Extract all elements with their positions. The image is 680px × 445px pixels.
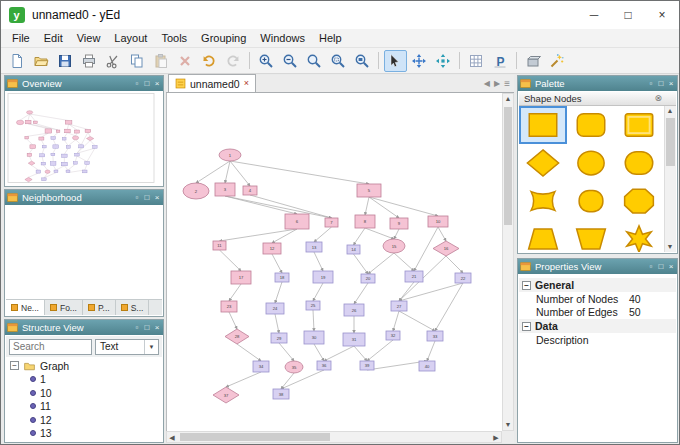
toolbar-fit-content-button[interactable] (351, 50, 374, 72)
graph-node[interactable]: 32 (386, 331, 400, 340)
tree-item-13[interactable]: 13 (6, 427, 162, 441)
graph-node[interactable]: 20 (361, 274, 375, 283)
palette-shape-diamond[interactable] (519, 144, 567, 182)
graph-node[interactable]: 8 (355, 215, 375, 228)
palette-scroll-thumb[interactable] (666, 118, 675, 166)
graph-node[interactable]: 11 (213, 241, 226, 250)
graph-node[interactable]: 5 (357, 184, 381, 197)
graph-node[interactable]: 28 (225, 329, 249, 344)
close-button[interactable]: × (645, 1, 679, 29)
toolbar-new-button[interactable] (6, 50, 29, 72)
palette-shape-ellipse[interactable] (567, 144, 615, 182)
panel-close-button[interactable]: × (666, 259, 676, 274)
graph-node[interactable]: 36 (317, 361, 331, 370)
graph-node[interactable]: 17 (231, 271, 251, 284)
graph-node[interactable]: 22 (455, 273, 471, 283)
menu-file[interactable]: File (5, 29, 37, 48)
scroll-left-icon[interactable]: ◀ (167, 433, 177, 443)
toolbar-cut-button[interactable] (102, 50, 125, 72)
palette-shape-trapezoid-down[interactable] (567, 220, 615, 252)
graph-node[interactable]: 7 (325, 218, 338, 227)
menu-edit[interactable]: Edit (37, 29, 70, 48)
graph-node[interactable]: 18 (275, 273, 289, 282)
graph-node[interactable]: 23 (221, 301, 237, 312)
panel-pin-button[interactable]: □ (656, 76, 666, 91)
toolbar-snap-lines-button[interactable]: P (489, 50, 512, 72)
tree-item-12[interactable]: 12 (6, 413, 162, 427)
tree-item-10[interactable]: 10 (6, 386, 162, 400)
tree-item-1[interactable]: 1 (6, 373, 162, 387)
graph-node[interactable]: 14 (347, 245, 360, 254)
toolbar-print-button[interactable] (78, 50, 101, 72)
graph-node[interactable]: 25 (306, 301, 320, 310)
panel-close-button[interactable]: × (152, 320, 162, 335)
menu-help[interactable]: Help (312, 29, 349, 48)
graph-node[interactable]: 30 (304, 331, 324, 344)
palette-shape-star[interactable] (615, 220, 663, 252)
graph-node[interactable]: 19 (313, 271, 333, 283)
tree-expander[interactable]: − (10, 361, 19, 370)
palette-shape-trapezoid[interactable] (519, 220, 567, 252)
panel-float-button[interactable]: ▫ (646, 76, 656, 91)
graph-node[interactable]: 1 (219, 149, 241, 161)
graph-node[interactable]: 10 (428, 216, 448, 227)
graph-node[interactable]: 29 (271, 333, 287, 343)
toolbar-save-button[interactable] (54, 50, 77, 72)
panel-tab-s[interactable]: S... (116, 300, 150, 315)
graph-node[interactable]: 9 (390, 218, 408, 229)
graph-node[interactable]: 35 (285, 361, 303, 373)
scroll-down-icon[interactable]: ▼ (665, 242, 675, 252)
menu-view[interactable]: View (70, 29, 108, 48)
palette-shape-octagon[interactable] (615, 182, 663, 220)
search-input[interactable] (9, 339, 92, 355)
graph-node[interactable]: 33 (427, 331, 443, 341)
toolbar-group-nodes-button[interactable] (522, 50, 545, 72)
toolbar-zoom-area-button[interactable] (327, 50, 350, 72)
toolbar-zoom-in-button[interactable] (255, 50, 278, 72)
vertical-scroll-thumb[interactable] (504, 107, 512, 225)
toolbar-undo-button[interactable] (198, 50, 221, 72)
palette-shape-barrel[interactable] (615, 144, 663, 182)
toolbar-zoom-reset-button[interactable] (303, 50, 326, 72)
graph-node[interactable]: 16 (433, 241, 459, 256)
panel-close-button[interactable]: × (152, 190, 162, 205)
panel-tab-ne[interactable]: Ne... (6, 300, 45, 315)
group-expander[interactable]: − (522, 281, 531, 290)
tab-scroll-right-button[interactable]: ▶ (494, 79, 500, 88)
scroll-down-icon[interactable]: ▼ (503, 420, 513, 430)
panel-pin-button[interactable]: □ (656, 259, 666, 274)
scroll-up-icon[interactable]: ▲ (503, 94, 513, 104)
panel-close-button[interactable]: × (666, 76, 676, 91)
panel-float-button[interactable]: ▫ (132, 76, 142, 91)
graph-node[interactable]: 3 (215, 183, 235, 196)
panel-pin-button[interactable]: □ (142, 76, 152, 91)
graph-node[interactable]: 37 (213, 387, 239, 403)
horizontal-scroll-thumb[interactable] (180, 433, 330, 441)
graph-node[interactable]: 6 (285, 214, 309, 229)
graph-node[interactable]: 4 (243, 186, 257, 195)
graph-node[interactable]: 26 (344, 304, 364, 316)
toolbar-open-button[interactable] (30, 50, 53, 72)
graph-node[interactable]: 31 (343, 333, 365, 346)
tree-item-11[interactable]: 11 (6, 400, 162, 414)
graph-node[interactable]: 27 (391, 301, 407, 311)
tree-item-graph[interactable]: −Graph (6, 359, 162, 373)
menu-grouping[interactable]: Grouping (194, 29, 253, 48)
panel-pin-button[interactable]: □ (142, 320, 152, 335)
palette-shape-round-rectangle[interactable] (567, 106, 615, 144)
menu-layout[interactable]: Layout (107, 29, 154, 48)
palette-shape-rectangle[interactable] (519, 106, 567, 144)
graph-node[interactable]: 13 (306, 242, 322, 252)
overview-minimap[interactable] (6, 92, 162, 185)
graph-node[interactable]: 24 (266, 303, 284, 314)
panel-tab-fo[interactable]: Fo... (45, 300, 83, 315)
toolbar-layout-wand-button[interactable] (546, 50, 569, 72)
panel-float-button[interactable]: ▫ (132, 320, 142, 335)
toolbar-pan-mode-button[interactable] (408, 50, 431, 72)
graph-node[interactable]: 34 (253, 361, 269, 372)
toolbar-zoom-out-button[interactable] (279, 50, 302, 72)
scroll-right-icon[interactable]: ▶ (491, 433, 501, 443)
panel-float-button[interactable]: ▫ (646, 259, 656, 274)
graph-node[interactable]: 40 (419, 361, 435, 371)
graph-node[interactable]: 21 (405, 271, 423, 282)
